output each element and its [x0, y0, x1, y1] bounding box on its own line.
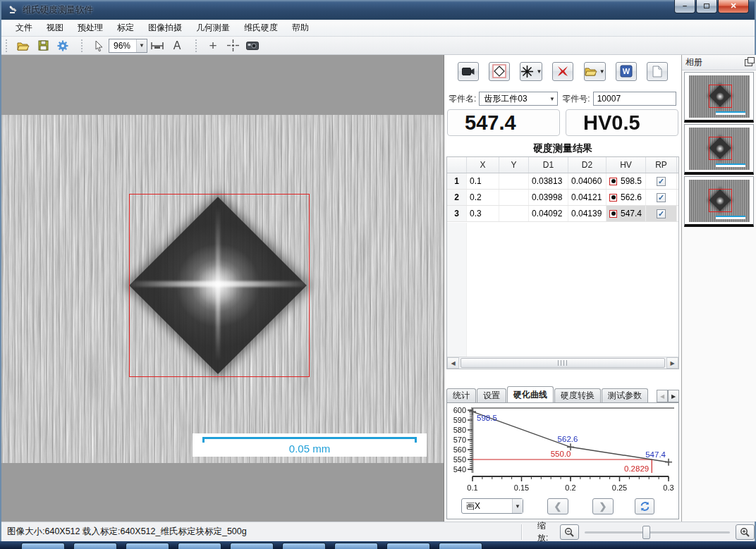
status-text: 图像大小:640X512 载入标定:640X512_维氏标定块标定_500g: [7, 526, 247, 538]
cell-y: [499, 190, 529, 205]
column-header-RP[interactable]: RP: [646, 157, 677, 173]
app-window: 维氏硬度测量软件 – ✕ 文件视图预处理标定图像拍摄几何测量维氏硬度帮助: [0, 0, 756, 549]
windows-taskbar[interactable]: [0, 541, 756, 549]
scroll-left-arrow[interactable]: ◀: [447, 357, 459, 369]
zoom-slider-handle[interactable]: [642, 526, 650, 539]
undock-icon[interactable]: [745, 59, 752, 66]
scroll-right-arrow[interactable]: ▶: [666, 357, 678, 369]
zoom-slider-track[interactable]: [585, 531, 730, 533]
zoom-out-button[interactable]: [560, 524, 579, 540]
column-header-Y[interactable]: Y: [499, 157, 529, 173]
taskbar-button[interactable]: [334, 543, 378, 549]
taskbar-button[interactable]: [386, 543, 430, 549]
menu-item-4[interactable]: 标定: [110, 20, 141, 36]
menu-item-5[interactable]: 图像拍摄: [141, 20, 189, 36]
column-header-num[interactable]: [447, 157, 467, 173]
cell-y: [499, 173, 529, 189]
menu-item-1[interactable]: 文件: [8, 20, 39, 36]
part-name-combo[interactable]: 齿形工件03 ▼: [479, 92, 558, 106]
menu-item-8[interactable]: 帮助: [285, 20, 316, 36]
tab-1[interactable]: 统计: [446, 388, 476, 402]
svg-text:540: 540: [453, 465, 466, 474]
tab-2[interactable]: 设置: [477, 388, 506, 402]
thumbnail-image: [689, 128, 750, 170]
svg-text:W: W: [623, 67, 630, 75]
album-thumbnail-3[interactable]: [684, 176, 754, 227]
crosshair-tool-button[interactable]: +: [204, 38, 222, 54]
taskbar-button[interactable]: [230, 543, 274, 549]
taskbar-button[interactable]: [126, 543, 169, 549]
load-image-button[interactable]: ▼: [584, 62, 606, 81]
taskbar-button[interactable]: [21, 543, 65, 549]
table-horizontal-scrollbar[interactable]: ◀ ▶: [447, 357, 678, 369]
part-no-input[interactable]: [593, 92, 676, 106]
pointer-tool-button[interactable]: [90, 38, 108, 54]
detect-indent-button[interactable]: [489, 62, 510, 81]
tab-scroll-right[interactable]: ▶: [668, 390, 679, 402]
rp-checkbox[interactable]: ✓: [657, 193, 666, 202]
svg-text:562.6: 562.6: [558, 435, 578, 443]
zoom-label: 缩放:: [537, 520, 556, 544]
zoom-combo[interactable]: 96% ▼: [109, 39, 147, 53]
zoom-in-button[interactable]: [736, 524, 755, 540]
image-viewport[interactable]: 0.05 mm: [1, 55, 444, 522]
column-header-X[interactable]: X: [467, 157, 499, 173]
plot-axis-combo[interactable]: 画X ▼: [461, 498, 523, 514]
close-button[interactable]: ✕: [718, 0, 749, 13]
tab-5[interactable]: 测试参数: [602, 388, 648, 402]
live-video-button[interactable]: [458, 62, 479, 81]
tab-scroll-left[interactable]: ◀: [657, 390, 668, 402]
column-header-D2[interactable]: D2: [568, 157, 606, 173]
blank-page-icon: [652, 66, 662, 78]
next-point-button[interactable]: ❯: [592, 498, 614, 514]
auto-measure-button[interactable]: ▼: [520, 62, 542, 81]
svg-text:0.15: 0.15: [514, 483, 529, 492]
measurement-roi-rectangle[interactable]: [129, 194, 310, 377]
tab-4[interactable]: 硬度转换: [554, 388, 601, 402]
svg-text:0.1: 0.1: [467, 483, 477, 492]
svg-text:0.3: 0.3: [663, 483, 673, 492]
column-header-D1[interactable]: D1: [529, 157, 568, 173]
scrollbar-thumb[interactable]: [461, 358, 665, 368]
maximize-button[interactable]: [696, 0, 717, 13]
rp-checkbox[interactable]: ✓: [657, 177, 666, 186]
delete-result-button[interactable]: [552, 62, 573, 81]
menu-item-2[interactable]: 视图: [39, 20, 71, 36]
menu-item-6[interactable]: 几何测量: [189, 20, 237, 36]
prev-point-button[interactable]: ❮: [547, 498, 568, 514]
taskbar-button[interactable]: [439, 543, 482, 549]
thumb-scale-bar: [716, 216, 745, 219]
table-row[interactable]: 30.30.040920.04139547.4✓: [447, 206, 678, 222]
open-button[interactable]: [14, 38, 32, 54]
settings-button[interactable]: [54, 38, 72, 54]
album-thumbnail-1[interactable]: [684, 72, 754, 123]
svg-text:547.4: 547.4: [645, 450, 666, 459]
measure-tool-button[interactable]: [148, 38, 166, 54]
taskbar-button[interactable]: [282, 543, 326, 549]
minimize-button[interactable]: –: [674, 0, 695, 13]
refresh-chart-button[interactable]: [635, 498, 654, 514]
svg-text:570: 570: [453, 436, 466, 444]
capture-button[interactable]: [243, 38, 262, 54]
auto-center-button[interactable]: [224, 38, 242, 54]
table-row[interactable]: 10.10.038130.04060598.5✓: [447, 173, 678, 190]
menu-item-3[interactable]: 预处理: [71, 20, 110, 36]
album-thumbnail-2[interactable]: [684, 124, 754, 175]
taskbar-button[interactable]: [178, 543, 221, 549]
svg-text:598.5: 598.5: [477, 414, 497, 422]
magnifier-plus-icon: [740, 527, 750, 537]
tab-3[interactable]: 硬化曲线: [507, 386, 554, 402]
menu-item-7[interactable]: 维氏硬度: [237, 20, 285, 36]
table-row[interactable]: 20.20.039980.04121562.6✓: [447, 190, 678, 206]
open-folder-icon: [17, 41, 30, 51]
window-title: 维氏硬度测量软件: [23, 4, 93, 16]
chevron-down-icon: ▼: [536, 68, 542, 75]
rp-checkbox[interactable]: ✓: [657, 209, 666, 218]
column-header-HV[interactable]: HV: [606, 157, 646, 173]
new-document-button[interactable]: [647, 62, 668, 81]
gear-icon: [57, 40, 68, 51]
taskbar-button[interactable]: [73, 543, 117, 549]
export-word-button[interactable]: W: [616, 62, 637, 81]
text-tool-button[interactable]: A: [168, 38, 186, 54]
save-button[interactable]: [34, 38, 52, 54]
